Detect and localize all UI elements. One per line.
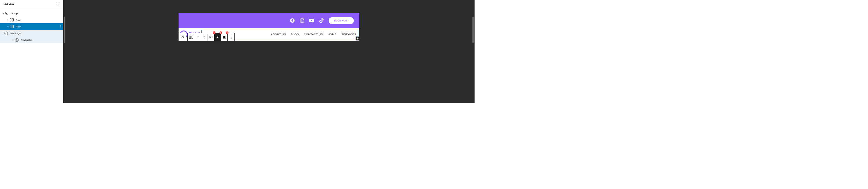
svg-rect-3	[12, 19, 13, 22]
close-icon[interactable]	[56, 2, 59, 6]
scrollbar-handle[interactable]	[64, 16, 65, 43]
tree-label: Row	[16, 19, 21, 22]
toolbar-main-box: 1 2 3	[187, 33, 235, 41]
sidebar-header: List View	[0, 0, 63, 8]
book-now-button[interactable]: BOOK NOW!	[329, 17, 354, 24]
chevron-down-icon[interactable]	[6, 25, 10, 28]
tree-label: Site Logo	[10, 32, 21, 35]
tiktok-icon[interactable]	[319, 18, 324, 23]
row-block-type-button[interactable]	[188, 33, 194, 41]
svg-point-23	[198, 37, 198, 37]
width-button[interactable]: 3	[221, 33, 227, 41]
drag-handle-button[interactable]	[194, 33, 201, 41]
nav-link[interactable]: BLOG	[291, 33, 299, 36]
svg-point-20	[197, 36, 198, 37]
svg-point-22	[197, 37, 198, 37]
site-logo-block-icon	[4, 31, 8, 35]
svg-point-25	[198, 38, 198, 38]
toolbar-parent-box	[179, 33, 186, 41]
svg-rect-27	[210, 37, 211, 38]
svg-point-21	[198, 36, 198, 37]
row-block-icon	[10, 25, 13, 29]
svg-point-13	[301, 20, 303, 21]
svg-point-14	[303, 19, 303, 20]
justify-button[interactable]: 1	[208, 33, 214, 41]
page-preview: BOOK NOW! 1 2	[179, 13, 359, 41]
svg-rect-1	[6, 13, 8, 14]
tree-item-group[interactable]: Group	[0, 10, 63, 16]
move-buttons[interactable]	[201, 33, 208, 41]
annotation-badge: 3	[226, 31, 228, 34]
svg-rect-17	[182, 37, 184, 38]
nav-link[interactable]: ABOUT US	[271, 33, 286, 36]
group-block-icon	[5, 11, 9, 15]
svg-point-35	[230, 38, 231, 39]
more-options-button[interactable]	[227, 33, 234, 41]
svg-rect-19	[192, 36, 193, 39]
tree-label: Row	[16, 25, 21, 28]
select-parent-button[interactable]	[179, 33, 186, 41]
align-button[interactable]: 2	[214, 33, 221, 41]
add-block-button[interactable]	[355, 37, 360, 40]
svg-rect-5	[12, 25, 13, 28]
tree-item-site-logo[interactable]: Site Logo	[0, 30, 63, 37]
sidebar-title: List View	[4, 3, 14, 5]
svg-point-8	[61, 28, 61, 28]
annotation-badge: 1	[213, 31, 216, 34]
row-block-icon	[10, 18, 13, 22]
chevron-right-icon[interactable]	[6, 18, 10, 22]
block-toolbar: 1 2 3	[179, 33, 235, 41]
svg-point-7	[61, 26, 61, 27]
list-view-panel: List View Group Row Row Site Logo	[0, 0, 63, 103]
instagram-icon[interactable]	[300, 18, 305, 23]
options-icon[interactable]	[60, 25, 61, 29]
tree-item-row-selected[interactable]: Row	[0, 23, 63, 30]
navigation-block-icon	[15, 38, 19, 42]
tree-item-row[interactable]: Row	[0, 16, 63, 23]
chevron-down-icon[interactable]	[1, 12, 5, 15]
svg-point-33	[230, 36, 231, 36]
svg-rect-31	[223, 36, 225, 38]
svg-rect-4	[10, 25, 11, 28]
chevron-right-icon[interactable]	[11, 38, 15, 42]
svg-rect-18	[189, 36, 190, 39]
block-tree: Group Row Row Site Logo Navigation	[0, 8, 63, 43]
svg-point-24	[197, 38, 198, 38]
tree-label: Group	[11, 12, 18, 15]
facebook-icon[interactable]	[290, 18, 295, 23]
annotation-badge: 2	[219, 31, 222, 34]
tree-item-navigation[interactable]: Navigation	[0, 37, 63, 43]
nav-link[interactable]: CONTACT US	[304, 33, 323, 36]
nav-link[interactable]: HOME	[328, 33, 337, 36]
nav-link[interactable]: SERVICES	[341, 33, 356, 36]
svg-rect-2	[10, 19, 11, 22]
svg-rect-30	[217, 37, 218, 38]
youtube-icon[interactable]	[309, 18, 314, 23]
editor-canvas: BOOK NOW! 1 2	[63, 0, 474, 103]
top-bar: BOOK NOW!	[179, 13, 359, 28]
svg-point-34	[230, 37, 231, 37]
svg-point-6	[61, 25, 61, 26]
scrollbar-handle[interactable]	[472, 16, 474, 43]
tree-label: Navigation	[21, 39, 32, 41]
